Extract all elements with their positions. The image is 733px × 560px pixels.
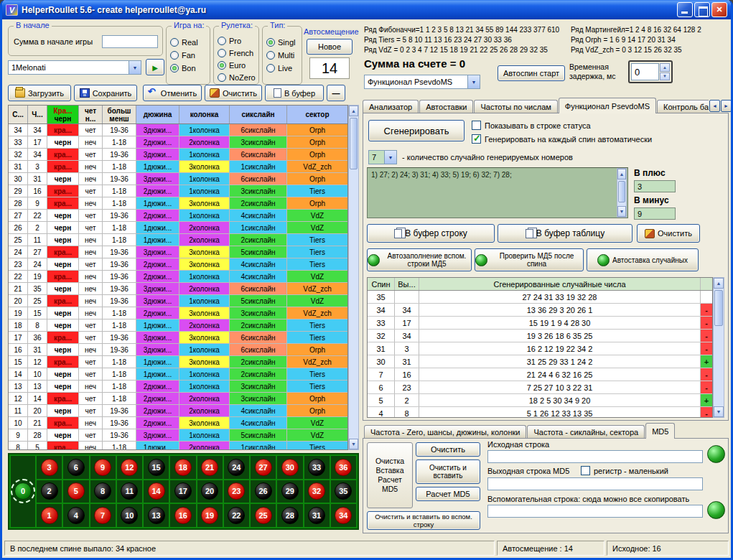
radio-option-nozero[interactable]: NoZero <box>218 72 255 83</box>
history-row[interactable]: 2025кра...неч19-363дюжи...1колонка5сиксл… <box>9 295 347 307</box>
md5-clear-paste-button[interactable]: Очистить и вставить <box>416 459 480 484</box>
gen-row[interactable]: 5218 2 5 30 34 9 20+ <box>368 394 712 407</box>
radio-option-bon[interactable]: Bon <box>170 62 206 74</box>
md5-source-action-button[interactable] <box>707 445 725 463</box>
copy-table-to-buffer-button[interactable]: В буфер таблицу <box>498 224 632 243</box>
md5-aux-input[interactable] <box>487 505 703 518</box>
tab-1[interactable]: Автоставки <box>419 100 473 113</box>
history-row[interactable]: 2324чернчет19-362дюжи...3колонка4сикслай… <box>9 258 347 271</box>
board-cell-18[interactable]: 18 <box>170 456 195 479</box>
gen-row[interactable]: 31316 2 12 19 22 34 2- <box>368 342 712 355</box>
history-row[interactable]: 1021кра...неч19-362дюжи...3колонка4сиксл… <box>9 417 347 429</box>
scroll-down-button[interactable] <box>714 406 724 417</box>
board-cell-17[interactable]: 17 <box>170 480 195 503</box>
history-row[interactable]: 2916кра...чет1-182дюжи...1колонка3сиксла… <box>9 185 347 197</box>
autobet-random-button[interactable]: Автоставка случайных <box>587 248 699 271</box>
delay-value-input[interactable]: 0 <box>631 63 659 80</box>
board-cell-28[interactable]: 28 <box>277 504 302 527</box>
board-cell-34[interactable]: 34 <box>331 504 356 527</box>
function-combobox[interactable]: Функционал PsevdoMS <box>364 75 480 89</box>
md5-source-input[interactable] <box>487 450 703 463</box>
board-cell-31[interactable]: 31 <box>304 504 330 527</box>
board-cell-23[interactable]: 23 <box>224 480 249 503</box>
board-cell-0[interactable]: 0 <box>11 456 35 527</box>
checkbox-show-in-status[interactable]: Показывать в строке статуса <box>472 121 591 130</box>
board-cell-5[interactable]: 5 <box>63 480 88 503</box>
chevron-down-icon[interactable] <box>384 151 396 164</box>
tab-2[interactable]: Частоты по числам <box>474 100 557 113</box>
history-row[interactable]: 2219кра...неч19-362дюжи...1колонка4сиксл… <box>9 271 347 283</box>
spin-down-button[interactable] <box>660 73 670 81</box>
md5-clear-paste-aux-button[interactable]: Очистить и вставить во вспом. строку <box>367 511 480 530</box>
minimize-button[interactable] <box>677 2 693 17</box>
close-button[interactable] <box>711 2 727 17</box>
maximize-button[interactable] <box>694 2 710 17</box>
md5-aux-action-button[interactable] <box>707 501 725 519</box>
play-button[interactable] <box>146 59 164 75</box>
generate-button[interactable]: Сгенерировать <box>368 120 464 141</box>
copy-to-buffer-button[interactable]: В буфер <box>265 85 324 101</box>
history-row[interactable]: 2135черннеч19-363дюжи...2колонка6сикслай… <box>9 283 347 295</box>
history-row[interactable]: 3031черннеч19-363дюжи...1колонка6сикслай… <box>9 173 347 185</box>
board-cell-16[interactable]: 16 <box>170 504 195 527</box>
board-cell-22[interactable]: 22 <box>224 504 249 527</box>
scroll-thumb[interactable] <box>618 181 625 202</box>
board-cell-14[interactable]: 14 <box>144 480 169 503</box>
board-cell-6[interactable]: 6 <box>63 456 88 479</box>
board-cell-21[interactable]: 21 <box>197 456 223 479</box>
tab-4[interactable]: Контроль банкро <box>657 100 709 113</box>
board-cell-35[interactable]: 35 <box>331 480 356 503</box>
history-row[interactable]: 1512кра...чет1-181дюжи...3колонка2сиксла… <box>9 356 347 368</box>
scroll-track[interactable] <box>349 116 358 439</box>
history-row[interactable]: 188чернчет1-181дюжи...2колонка2сикслайнT… <box>9 319 347 332</box>
board-cell-8[interactable]: 8 <box>90 480 116 503</box>
tab-scroll-left-button[interactable] <box>709 100 720 112</box>
autoshift-new-button[interactable]: Новое <box>307 39 353 55</box>
frequency-tab-2[interactable]: MD5 <box>645 423 675 439</box>
radio-option-real[interactable]: Real <box>170 36 206 48</box>
scroll-up-button[interactable] <box>617 169 626 179</box>
clear-generated-button[interactable]: Очистить <box>637 224 700 243</box>
frequency-tab-0[interactable]: Частота - Zero, шансы, дюжины, колонки <box>364 425 526 439</box>
history-row[interactable]: 1120чернчет19-362дюжи...2колонка4сикслай… <box>9 405 347 417</box>
board-cell-27[interactable]: 27 <box>251 456 276 479</box>
history-row[interactable]: 2722чернчет19-362дюжи...1колонка4сикслай… <box>9 210 347 222</box>
radio-option-singl[interactable]: Singl <box>266 36 298 48</box>
history-row[interactable]: 3234кра...чет19-363дюжи...1колонка6сиксл… <box>9 149 347 161</box>
gen-row[interactable]: 3527 24 31 33 19 32 28 <box>368 291 712 304</box>
board-cell-11[interactable]: 11 <box>117 480 142 503</box>
textarea-scrollbar[interactable] <box>617 168 627 218</box>
minus-button[interactable]: — <box>327 85 345 101</box>
board-cell-1[interactable]: 1 <box>37 504 62 527</box>
tab-scroll-right-button[interactable] <box>721 100 732 112</box>
gen-row[interactable]: 303131 25 29 33 1 24 2+ <box>368 355 712 368</box>
board-cell-9[interactable]: 9 <box>90 456 116 479</box>
chevron-down-icon[interactable] <box>467 75 480 88</box>
scroll-up-button[interactable] <box>714 278 724 289</box>
generated-numbers-textarea[interactable]: 1) 27; 2) 24; 3) 31; 4) 33; 5) 19; 6) 32… <box>367 167 628 218</box>
gen-row[interactable]: 71621 24 4 6 32 16 25- <box>368 368 712 381</box>
title-bar[interactable]: HelperRoullet 5.6- create helperroullet@… <box>2 0 731 19</box>
board-cell-19[interactable]: 19 <box>197 504 223 527</box>
board-cell-13[interactable]: 13 <box>144 504 169 527</box>
board-cell-15[interactable]: 15 <box>144 456 169 479</box>
chevron-down-icon[interactable] <box>129 61 141 74</box>
board-cell-29[interactable]: 29 <box>277 480 302 503</box>
board-cell-3[interactable]: 3 <box>37 456 62 479</box>
preset-combobox[interactable]: 1Melonati <box>8 60 141 75</box>
spin-up-button[interactable] <box>660 63 670 72</box>
radio-option-french[interactable]: French <box>218 47 255 59</box>
gen-row[interactable]: 331715 19 1 9 4 28 30- <box>368 317 712 330</box>
board-cell-7[interactable]: 7 <box>90 504 116 527</box>
scroll-track[interactable] <box>714 289 724 406</box>
start-sum-input[interactable] <box>102 35 158 48</box>
history-row[interactable]: 1214кра...чет1-182дюжи...2колонка3сиксла… <box>9 393 347 405</box>
checkbox-lowercase[interactable]: регистр - маленький <box>581 466 668 475</box>
gen-row[interactable]: 6237 25 27 10 3 22 31- <box>368 381 712 394</box>
history-row[interactable]: 1736кра...чет19-363дюжи...3колонка6сиксл… <box>9 332 347 344</box>
autospin-start-button[interactable]: Автоспин старт <box>498 65 565 81</box>
history-row[interactable]: 1631черннеч19-363дюжи...1колонка6сикслай… <box>9 344 347 356</box>
md5-calc-button[interactable]: Расчет MD5 <box>416 487 480 501</box>
board-cell-2[interactable]: 2 <box>37 480 62 503</box>
scroll-track[interactable] <box>617 179 626 206</box>
